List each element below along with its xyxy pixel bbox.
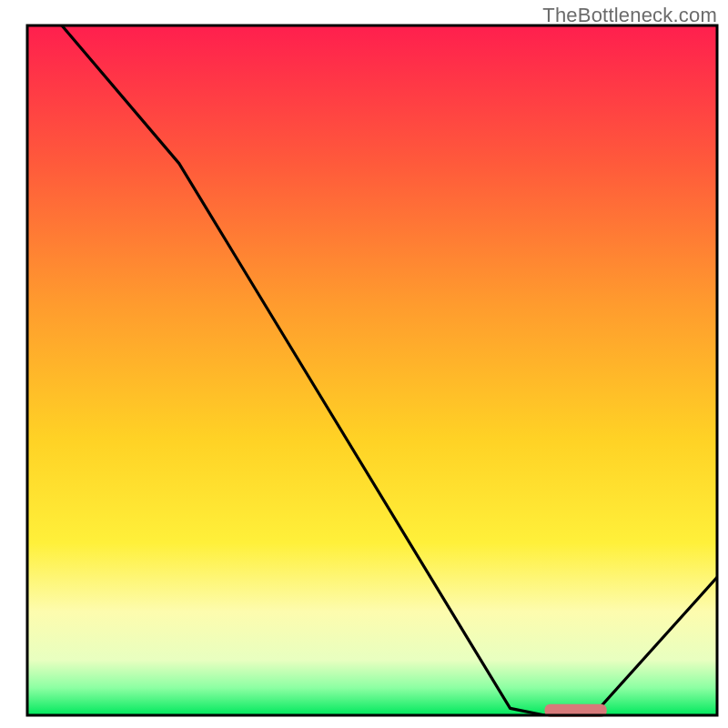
chart-container: TheBottleneck.com — [0, 0, 728, 728]
watermark-text: TheBottleneck.com — [542, 4, 717, 27]
bottleneck-chart-svg — [0, 0, 728, 728]
heatmap-gradient-background — [27, 25, 717, 715]
